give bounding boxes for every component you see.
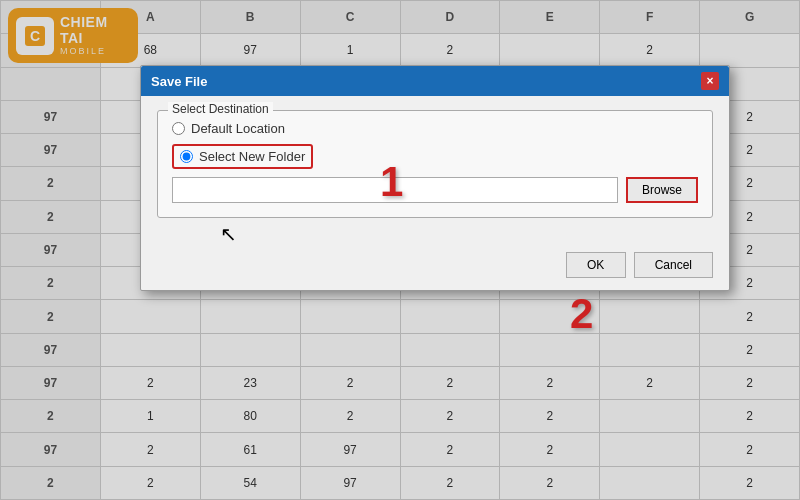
- new-folder-option: Select New Folder: [172, 144, 698, 169]
- save-file-dialog: Save File × Select Destination Default L…: [140, 65, 730, 291]
- path-input[interactable]: [172, 177, 618, 203]
- new-folder-label[interactable]: Select New Folder: [199, 149, 305, 164]
- dialog-footer: OK Cancel: [141, 246, 729, 290]
- new-folder-highlight: Select New Folder: [172, 144, 313, 169]
- destination-group: Select Destination Default Location Sele…: [157, 110, 713, 218]
- default-location-option: Default Location: [172, 121, 698, 136]
- path-row: Browse: [172, 177, 698, 203]
- ok-button[interactable]: OK: [566, 252, 626, 278]
- cancel-button[interactable]: Cancel: [634, 252, 713, 278]
- new-folder-radio[interactable]: [180, 150, 193, 163]
- dialog-titlebar: Save File ×: [141, 66, 729, 96]
- browse-button[interactable]: Browse: [626, 177, 698, 203]
- default-location-label[interactable]: Default Location: [191, 121, 285, 136]
- dialog-body: Select Destination Default Location Sele…: [141, 96, 729, 246]
- dialog-title: Save File: [151, 74, 207, 89]
- group-label: Select Destination: [168, 102, 273, 116]
- default-location-radio[interactable]: [172, 122, 185, 135]
- dialog-close-button[interactable]: ×: [701, 72, 719, 90]
